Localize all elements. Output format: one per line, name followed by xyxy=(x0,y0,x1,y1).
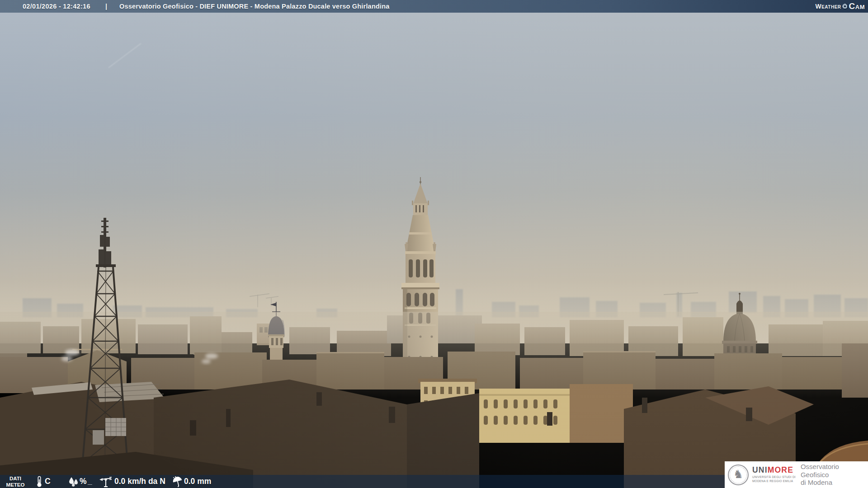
separator: | xyxy=(105,0,107,13)
brand-weather-label: Weather xyxy=(815,0,841,13)
brand-cam-label: Cam xyxy=(849,0,865,13)
rain-value: 0.0 mm xyxy=(184,475,211,488)
camera-lens-icon xyxy=(842,4,848,9)
dati-label: DATI xyxy=(5,476,26,482)
sunlight-wash xyxy=(0,0,868,488)
knight-glyph: ♞ xyxy=(733,469,743,480)
umbrella-icon xyxy=(172,476,184,488)
unimore-more-text: MORE xyxy=(768,465,793,474)
wind-value: 0.0 km/h da N xyxy=(114,475,165,488)
timestamp: 02/01/2026 - 12:42:16 xyxy=(23,0,90,13)
university-subtitle-line1: UNIVERSITÀ DEGLI STUDI DI xyxy=(752,475,796,479)
page-title: Osservatorio Geofisico - DIEF UNIMORE - … xyxy=(119,0,390,13)
weathercam-logo[interactable]: Weather Cam xyxy=(815,0,865,13)
temperature-unit: C xyxy=(45,475,51,488)
university-subtitle-line2: MODENA E REGGIO EMILIA xyxy=(752,479,796,483)
observatory-label: Osservatorio Geofisico di Modena xyxy=(801,463,868,487)
webcam-scene xyxy=(0,0,868,488)
header-bar: 02/01/2026 - 12:42:16 | Osservatorio Geo… xyxy=(0,0,868,13)
unimore-seal-icon: ♞ xyxy=(728,465,749,485)
observatory-line2: di Modena xyxy=(801,479,868,487)
missing-value-mark: _ xyxy=(88,475,92,488)
unimore-uni-text: UNI xyxy=(752,465,768,474)
unimore-logo-box[interactable]: ♞ UNIMORE UNIVERSITÀ DEGLI STUDI DI MODE… xyxy=(725,461,868,488)
humidity-unit: % xyxy=(80,475,87,488)
water-drops-icon xyxy=(68,477,80,487)
unimore-wordmark: UNIMORE UNIVERSITÀ DEGLI STUDI DI MODENA… xyxy=(752,466,796,483)
thermometer-icon xyxy=(36,476,43,488)
observatory-line1: Osservatorio Geofisico xyxy=(801,463,868,479)
wind-vane-icon xyxy=(99,476,113,488)
webcam-page: 02/01/2026 - 12:42:16 | Osservatorio Geo… xyxy=(0,0,868,488)
dati-meteo-label: DATI METEO xyxy=(5,476,26,488)
meteo-label: METEO xyxy=(5,482,26,488)
